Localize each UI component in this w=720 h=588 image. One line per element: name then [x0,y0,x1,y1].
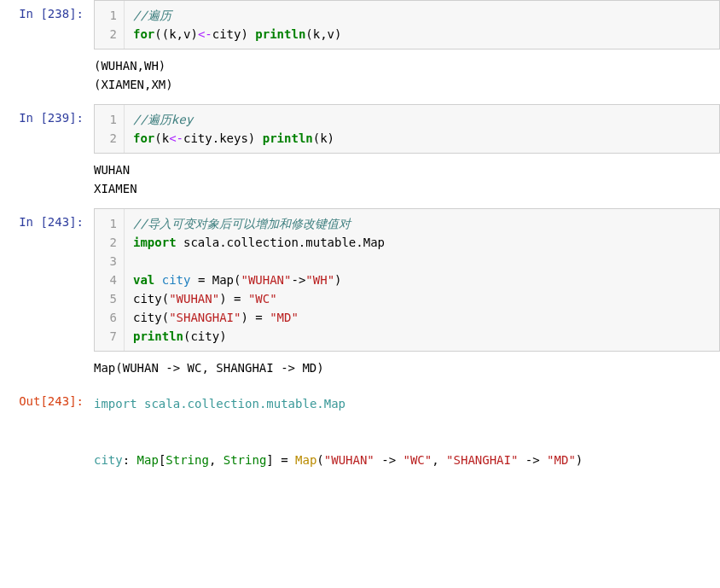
result-line [94,413,720,432]
code-token: city( [133,292,169,306]
code-token: scala.collection.mutable.Map [144,397,345,410]
code-token: println [133,329,183,343]
line-number: 1 [102,214,117,233]
output-line: WUHAN [94,160,720,179]
stdout-output: WUHANXIAMEN [94,154,720,208]
code-token: ) = [241,311,270,324]
output-cell: WUHANXIAMEN [0,154,720,208]
code-token: city( [133,311,169,324]
code-line: for(k<-city.keys) println(k) [133,129,711,148]
code-line: city("WUHAN") = "WC" [133,289,711,308]
code-token: println [263,131,313,145]
code-token: (k) [313,131,334,145]
code-token: -> [518,453,547,467]
line-number: 7 [102,327,117,346]
line-number: 1 [102,6,117,25]
line-number: 5 [102,289,117,308]
code-token: , [209,453,224,467]
line-number-gutter: 12 [95,1,125,49]
code-line: val city = Map("WUHAN"->"WH") [133,271,711,289]
line-number: 1 [102,110,117,129]
code-token: , [432,453,446,467]
code-token: <- [169,131,183,145]
output-line: (XIAMEN,XM) [94,75,720,94]
stdout-output: Map(WUHAN -> WC, SHANGHAI -> MD) [94,352,720,387]
code-token: String [224,453,267,467]
code-token: ] = [266,453,295,467]
code-editor[interactable]: 12//遍历keyfor(k<-city.keys) println(k) [94,104,720,154]
execute-result: import scala.collection.mutable.Map city… [94,387,720,480]
code-token: "WC" [404,453,433,467]
code-line: for((k,v)<-city) println(k,v) [133,25,711,44]
code-token: Map [295,453,316,467]
code-token: (k [154,131,169,145]
output-line: XIAMEN [94,179,720,198]
code-token: String [165,453,209,467]
code-token: //遍历 [133,9,171,22]
code-token [154,273,161,287]
code-cell: In [238]:12//遍历for((k,v)<-city) println(… [0,0,720,49]
output-cell: (WUHAN,WH)(XIAMEN,XM) [0,49,720,104]
code-token: -> [291,273,305,287]
code-line: city("SHANGHAI") = "MD" [133,308,711,327]
code-token: "MD" [270,311,299,324]
output-line: Map(WUHAN -> WC, SHANGHAI -> MD) [94,358,720,377]
code-token: -> [375,453,404,467]
code-token: //导入可变对象后可以增加和修改键值对 [133,217,351,230]
code-editor[interactable]: 12//遍历for((k,v)<-city) println(k,v) [94,0,720,49]
code-line: println(city) [133,327,711,346]
code-cell: In [243]:1234567//导入可变对象后可以增加和修改键值对impor… [0,208,720,352]
code-editor[interactable]: 1234567//导入可变对象后可以增加和修改键值对import scala.c… [94,208,720,352]
code-token: ) [576,453,583,467]
code-token: <- [198,27,212,41]
result-line: import scala.collection.mutable.Map [94,394,720,413]
result-line: city: Map[String, String] = Map("WUHAN" … [94,451,720,469]
code-token: "SHANGHAI" [169,311,241,324]
code-line: import scala.collection.mutable.Map [133,233,711,252]
code-token: city [162,273,191,287]
stdout-output: (WUHAN,WH)(XIAMEN,XM) [94,49,720,104]
result-line [94,432,720,451]
code-line: //遍历 [133,6,711,25]
code-token: "MD" [547,453,576,467]
code-token: "WC" [248,292,277,306]
result-cell: Out[243]:import scala.collection.mutable… [0,387,720,480]
line-number-gutter: 12 [95,105,125,153]
code-cell: In [239]:12//遍历keyfor(k<-city.keys) prin… [0,104,720,154]
code-token: "WUHAN" [241,273,291,287]
code-area[interactable]: //遍历keyfor(k<-city.keys) println(k) [125,105,719,153]
code-token: "WUHAN" [169,292,219,306]
notebook-container: In [238]:12//遍历for((k,v)<-city) println(… [0,0,720,480]
code-token: import [94,397,144,410]
code-token: "WUHAN" [324,453,375,467]
code-area[interactable]: //导入可变对象后可以增加和修改键值对import scala.collecti… [125,209,719,351]
code-token: println [255,27,305,41]
code-area[interactable]: //遍历for((k,v)<-city) println(k,v) [125,1,719,49]
line-number: 4 [102,271,117,289]
code-token: Map [137,453,159,467]
output-prompt: Out[243]: [0,387,94,480]
code-token: (k,v) [305,27,341,41]
code-token: for [133,27,154,41]
line-number: 3 [102,252,117,271]
code-token: (city) [183,329,227,343]
code-line: //遍历key [133,110,711,129]
code-token: //遍历key [133,113,193,126]
code-token: city.keys) [183,131,263,145]
line-number-gutter: 1234567 [95,209,125,351]
input-prompt: In [238]: [0,0,94,49]
code-token: ) = [219,292,248,306]
code-token: val [133,273,154,287]
line-number: 2 [102,129,117,148]
code-token: for [133,131,154,145]
input-prompt: In [243]: [0,208,94,352]
output-line: (WUHAN,WH) [94,56,720,75]
line-number: 2 [102,25,117,44]
code-token: city) [212,27,256,41]
output-cell: Map(WUHAN -> WC, SHANGHAI -> MD) [0,352,720,387]
code-token: ) [334,273,341,287]
code-token: scala.collection.mutable.Map [177,236,385,249]
code-token: city [94,453,123,467]
line-number: 6 [102,308,117,327]
line-number: 2 [102,233,117,252]
